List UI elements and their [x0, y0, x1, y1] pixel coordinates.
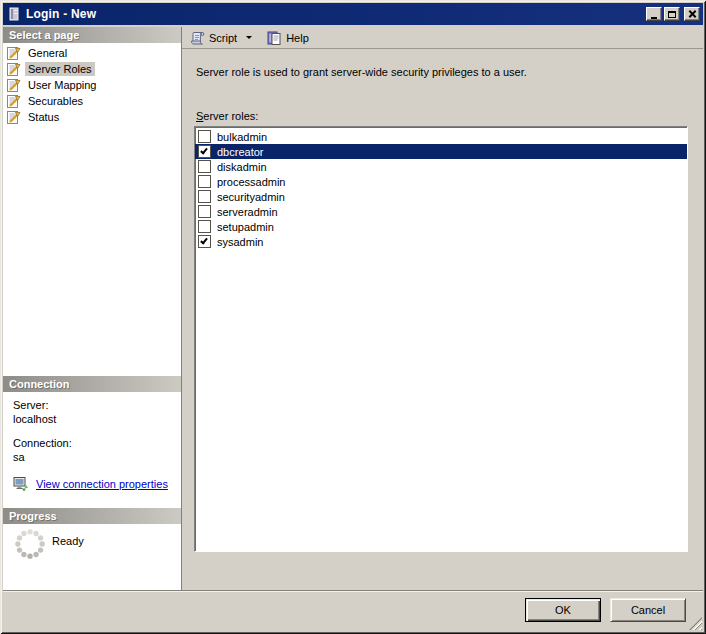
role-checkbox[interactable]: [198, 145, 211, 158]
script-dropdown-arrow[interactable]: [246, 36, 252, 39]
page-icon: [6, 93, 22, 109]
connection-panel: Server: localhost Connection: sa: [3, 392, 181, 508]
page-icon: [6, 45, 22, 61]
server-roles-label: Server roles:: [196, 110, 258, 122]
login-new-dialog: Login - New Select a page: [0, 0, 706, 634]
help-button[interactable]: Help: [264, 28, 311, 48]
sidebar-page-item[interactable]: Status: [3, 109, 181, 125]
sidebar-page-label: General: [25, 46, 70, 60]
server-roles-listbox[interactable]: bulkadmin dbcreator diskadmin processadm…: [194, 126, 688, 552]
script-icon: [189, 30, 205, 46]
minimize-button[interactable]: [646, 7, 662, 21]
server-value: localhost: [13, 412, 181, 426]
toolbar: Script Help: [182, 27, 703, 49]
role-name: dbcreator: [217, 146, 263, 158]
help-icon: [266, 30, 282, 46]
select-a-page-header: Select a page: [3, 27, 181, 43]
role-name: sysadmin: [217, 236, 263, 248]
help-label: Help: [286, 32, 309, 44]
role-checkbox[interactable]: [198, 190, 211, 203]
progress-spinner-icon: [13, 527, 47, 561]
page-icon: [6, 77, 22, 93]
maximize-icon: [668, 11, 676, 18]
close-button[interactable]: [684, 7, 700, 21]
sidebar-page-item[interactable]: User Mapping: [3, 77, 181, 93]
server-role-row[interactable]: processadmin: [195, 174, 687, 189]
sidebar-page-label: Server Roles: [25, 62, 95, 76]
role-name: serveradmin: [217, 206, 278, 218]
role-checkbox[interactable]: [198, 220, 211, 233]
progress-header: Progress: [3, 508, 181, 524]
connection-label: Connection:: [13, 436, 181, 450]
server-role-row[interactable]: serveradmin: [195, 204, 687, 219]
sidebar-page-item[interactable]: Securables: [3, 93, 181, 109]
resize-grip[interactable]: [689, 617, 702, 630]
close-icon: [688, 10, 697, 18]
role-name: processadmin: [217, 176, 285, 188]
server-role-row[interactable]: diskadmin: [195, 159, 687, 174]
role-checkbox[interactable]: [198, 130, 211, 143]
page-list: General Serv: [3, 43, 181, 376]
server-role-row[interactable]: sysadmin: [195, 234, 687, 249]
role-checkbox[interactable]: [198, 175, 211, 188]
sidebar-page-label: Securables: [25, 94, 86, 108]
page-icon: [6, 61, 22, 77]
cancel-button[interactable]: Cancel: [610, 598, 686, 622]
sidebar-page-label: Status: [25, 110, 62, 124]
title-bar[interactable]: Login - New: [3, 3, 703, 25]
role-name: diskadmin: [217, 161, 267, 173]
connection-header: Connection: [3, 376, 181, 392]
progress-panel: Ready: [3, 524, 181, 590]
sidebar-page-item[interactable]: General: [3, 45, 181, 61]
window-icon: [6, 6, 22, 22]
minimize-icon: [651, 17, 657, 19]
role-name: setupadmin: [217, 221, 274, 233]
connection-properties-icon: [13, 476, 29, 492]
footer-divider: [3, 590, 703, 592]
script-button[interactable]: Script: [187, 28, 254, 48]
sidebar: Select a page: [3, 27, 182, 590]
role-checkbox[interactable]: [198, 205, 211, 218]
server-role-row[interactable]: bulkadmin: [195, 129, 687, 144]
server-role-row[interactable]: dbcreator: [195, 144, 687, 159]
page-description: Server role is used to grant server-wide…: [196, 66, 691, 78]
view-connection-properties-link[interactable]: View connection properties: [36, 478, 168, 490]
maximize-button[interactable]: [664, 7, 680, 21]
window-controls: [646, 7, 700, 21]
sidebar-page-label: User Mapping: [25, 78, 99, 92]
window-title: Login - New: [26, 7, 96, 21]
checkmark-icon: [200, 237, 208, 245]
role-checkbox[interactable]: [198, 160, 211, 173]
role-name: securityadmin: [217, 191, 285, 203]
role-name: bulkadmin: [217, 131, 267, 143]
ok-button[interactable]: OK: [525, 598, 601, 622]
server-role-row[interactable]: securityadmin: [195, 189, 687, 204]
server-label: Server:: [13, 398, 181, 412]
server-role-row[interactable]: setupadmin: [195, 219, 687, 234]
sidebar-page-item[interactable]: Server Roles: [3, 61, 181, 77]
page-icon: [6, 109, 22, 125]
role-checkbox[interactable]: [198, 235, 211, 248]
progress-status: Ready: [52, 535, 84, 547]
script-label: Script: [209, 32, 237, 44]
connection-value: sa: [13, 450, 181, 464]
checkmark-icon: [200, 147, 208, 155]
